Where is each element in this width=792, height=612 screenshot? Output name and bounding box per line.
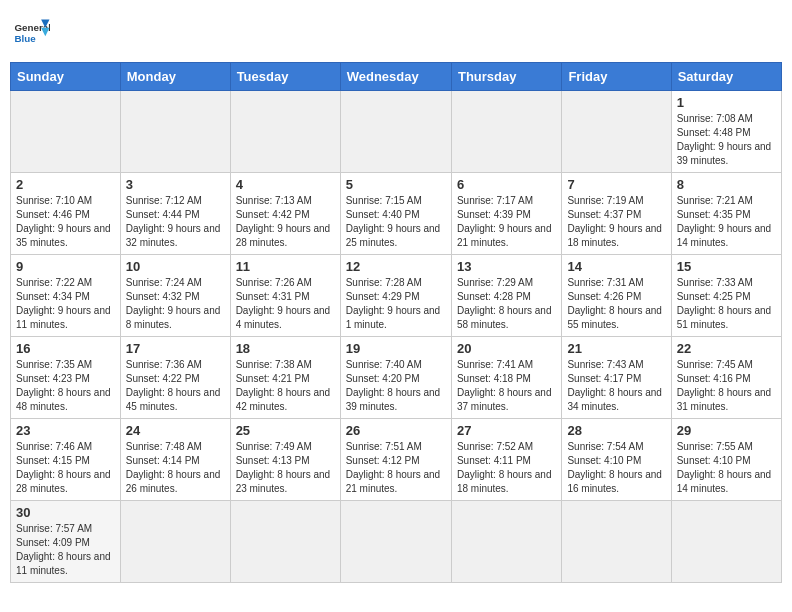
day-number: 24: [126, 423, 225, 438]
day-info: Sunrise: 7:22 AM Sunset: 4:34 PM Dayligh…: [16, 276, 115, 332]
calendar-cell: 26Sunrise: 7:51 AM Sunset: 4:12 PM Dayli…: [340, 419, 451, 501]
calendar-week-row: 16Sunrise: 7:35 AM Sunset: 4:23 PM Dayli…: [11, 337, 782, 419]
day-info: Sunrise: 7:35 AM Sunset: 4:23 PM Dayligh…: [16, 358, 115, 414]
calendar-cell: [340, 501, 451, 583]
day-number: 26: [346, 423, 446, 438]
day-number: 2: [16, 177, 115, 192]
day-info: Sunrise: 7:46 AM Sunset: 4:15 PM Dayligh…: [16, 440, 115, 496]
calendar-cell: [562, 501, 671, 583]
day-info: Sunrise: 7:15 AM Sunset: 4:40 PM Dayligh…: [346, 194, 446, 250]
day-number: 29: [677, 423, 776, 438]
day-info: Sunrise: 7:24 AM Sunset: 4:32 PM Dayligh…: [126, 276, 225, 332]
calendar-week-row: 2Sunrise: 7:10 AM Sunset: 4:46 PM Daylig…: [11, 173, 782, 255]
day-number: 21: [567, 341, 665, 356]
day-number: 13: [457, 259, 556, 274]
day-info: Sunrise: 7:17 AM Sunset: 4:39 PM Dayligh…: [457, 194, 556, 250]
calendar-header-row: SundayMondayTuesdayWednesdayThursdayFrid…: [11, 63, 782, 91]
calendar-cell: 3Sunrise: 7:12 AM Sunset: 4:44 PM Daylig…: [120, 173, 230, 255]
calendar-cell: 18Sunrise: 7:38 AM Sunset: 4:21 PM Dayli…: [230, 337, 340, 419]
calendar-cell: 20Sunrise: 7:41 AM Sunset: 4:18 PM Dayli…: [451, 337, 561, 419]
calendar-cell: [120, 91, 230, 173]
day-number: 20: [457, 341, 556, 356]
day-info: Sunrise: 7:28 AM Sunset: 4:29 PM Dayligh…: [346, 276, 446, 332]
col-header-saturday: Saturday: [671, 63, 781, 91]
day-number: 12: [346, 259, 446, 274]
day-info: Sunrise: 7:43 AM Sunset: 4:17 PM Dayligh…: [567, 358, 665, 414]
day-info: Sunrise: 7:57 AM Sunset: 4:09 PM Dayligh…: [16, 522, 115, 578]
day-number: 9: [16, 259, 115, 274]
generalblue-logo-icon: General Blue: [14, 18, 50, 46]
day-number: 22: [677, 341, 776, 356]
calendar-cell: 8Sunrise: 7:21 AM Sunset: 4:35 PM Daylig…: [671, 173, 781, 255]
col-header-thursday: Thursday: [451, 63, 561, 91]
page-header: General Blue: [10, 10, 782, 54]
calendar-cell: 25Sunrise: 7:49 AM Sunset: 4:13 PM Dayli…: [230, 419, 340, 501]
day-info: Sunrise: 7:26 AM Sunset: 4:31 PM Dayligh…: [236, 276, 335, 332]
calendar-cell: 10Sunrise: 7:24 AM Sunset: 4:32 PM Dayli…: [120, 255, 230, 337]
calendar-cell: 29Sunrise: 7:55 AM Sunset: 4:10 PM Dayli…: [671, 419, 781, 501]
calendar-cell: 19Sunrise: 7:40 AM Sunset: 4:20 PM Dayli…: [340, 337, 451, 419]
day-info: Sunrise: 7:51 AM Sunset: 4:12 PM Dayligh…: [346, 440, 446, 496]
svg-text:Blue: Blue: [15, 33, 37, 44]
calendar-cell: [451, 501, 561, 583]
col-header-monday: Monday: [120, 63, 230, 91]
day-info: Sunrise: 7:33 AM Sunset: 4:25 PM Dayligh…: [677, 276, 776, 332]
calendar-cell: 6Sunrise: 7:17 AM Sunset: 4:39 PM Daylig…: [451, 173, 561, 255]
calendar-cell: 30Sunrise: 7:57 AM Sunset: 4:09 PM Dayli…: [11, 501, 121, 583]
calendar-week-row: 30Sunrise: 7:57 AM Sunset: 4:09 PM Dayli…: [11, 501, 782, 583]
calendar-cell: 7Sunrise: 7:19 AM Sunset: 4:37 PM Daylig…: [562, 173, 671, 255]
day-info: Sunrise: 7:12 AM Sunset: 4:44 PM Dayligh…: [126, 194, 225, 250]
day-number: 19: [346, 341, 446, 356]
day-number: 17: [126, 341, 225, 356]
calendar-cell: 9Sunrise: 7:22 AM Sunset: 4:34 PM Daylig…: [11, 255, 121, 337]
day-number: 10: [126, 259, 225, 274]
day-number: 25: [236, 423, 335, 438]
day-info: Sunrise: 7:40 AM Sunset: 4:20 PM Dayligh…: [346, 358, 446, 414]
day-number: 28: [567, 423, 665, 438]
day-info: Sunrise: 7:45 AM Sunset: 4:16 PM Dayligh…: [677, 358, 776, 414]
calendar-table: SundayMondayTuesdayWednesdayThursdayFrid…: [10, 62, 782, 583]
day-info: Sunrise: 7:52 AM Sunset: 4:11 PM Dayligh…: [457, 440, 556, 496]
calendar-cell: 2Sunrise: 7:10 AM Sunset: 4:46 PM Daylig…: [11, 173, 121, 255]
day-number: 5: [346, 177, 446, 192]
calendar-cell: 21Sunrise: 7:43 AM Sunset: 4:17 PM Dayli…: [562, 337, 671, 419]
day-info: Sunrise: 7:10 AM Sunset: 4:46 PM Dayligh…: [16, 194, 115, 250]
calendar-cell: 16Sunrise: 7:35 AM Sunset: 4:23 PM Dayli…: [11, 337, 121, 419]
day-number: 8: [677, 177, 776, 192]
day-number: 1: [677, 95, 776, 110]
day-number: 3: [126, 177, 225, 192]
calendar-cell: [120, 501, 230, 583]
day-info: Sunrise: 7:54 AM Sunset: 4:10 PM Dayligh…: [567, 440, 665, 496]
calendar-cell: [340, 91, 451, 173]
calendar-cell: 14Sunrise: 7:31 AM Sunset: 4:26 PM Dayli…: [562, 255, 671, 337]
calendar-cell: 23Sunrise: 7:46 AM Sunset: 4:15 PM Dayli…: [11, 419, 121, 501]
calendar-cell: 22Sunrise: 7:45 AM Sunset: 4:16 PM Dayli…: [671, 337, 781, 419]
calendar-cell: [671, 501, 781, 583]
calendar-cell: [230, 501, 340, 583]
day-number: 18: [236, 341, 335, 356]
calendar-cell: 27Sunrise: 7:52 AM Sunset: 4:11 PM Dayli…: [451, 419, 561, 501]
day-info: Sunrise: 7:38 AM Sunset: 4:21 PM Dayligh…: [236, 358, 335, 414]
calendar-cell: 17Sunrise: 7:36 AM Sunset: 4:22 PM Dayli…: [120, 337, 230, 419]
calendar-cell: 1Sunrise: 7:08 AM Sunset: 4:48 PM Daylig…: [671, 91, 781, 173]
calendar-cell: [451, 91, 561, 173]
calendar-cell: 28Sunrise: 7:54 AM Sunset: 4:10 PM Dayli…: [562, 419, 671, 501]
day-info: Sunrise: 7:41 AM Sunset: 4:18 PM Dayligh…: [457, 358, 556, 414]
day-number: 30: [16, 505, 115, 520]
day-number: 4: [236, 177, 335, 192]
day-number: 6: [457, 177, 556, 192]
day-info: Sunrise: 7:49 AM Sunset: 4:13 PM Dayligh…: [236, 440, 335, 496]
calendar-week-row: 9Sunrise: 7:22 AM Sunset: 4:34 PM Daylig…: [11, 255, 782, 337]
day-number: 16: [16, 341, 115, 356]
day-info: Sunrise: 7:29 AM Sunset: 4:28 PM Dayligh…: [457, 276, 556, 332]
col-header-tuesday: Tuesday: [230, 63, 340, 91]
day-info: Sunrise: 7:08 AM Sunset: 4:48 PM Dayligh…: [677, 112, 776, 168]
day-info: Sunrise: 7:48 AM Sunset: 4:14 PM Dayligh…: [126, 440, 225, 496]
day-info: Sunrise: 7:31 AM Sunset: 4:26 PM Dayligh…: [567, 276, 665, 332]
calendar-cell: [11, 91, 121, 173]
calendar-cell: 11Sunrise: 7:26 AM Sunset: 4:31 PM Dayli…: [230, 255, 340, 337]
calendar-cell: 24Sunrise: 7:48 AM Sunset: 4:14 PM Dayli…: [120, 419, 230, 501]
calendar-cell: [230, 91, 340, 173]
logo: General Blue: [14, 18, 50, 46]
col-header-wednesday: Wednesday: [340, 63, 451, 91]
